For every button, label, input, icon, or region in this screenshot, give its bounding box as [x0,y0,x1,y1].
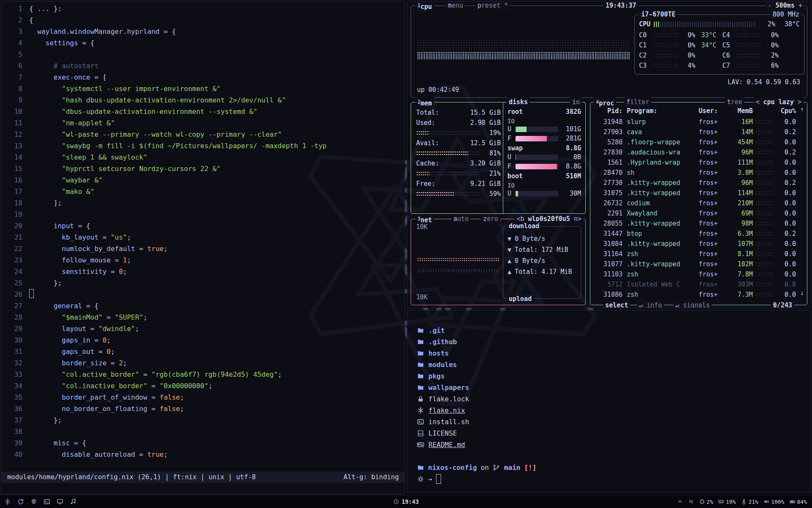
shell-prompt-input-line[interactable]: → [417,473,801,485]
disk-meter: F8.8G [508,162,581,171]
disk-meter-value: 281G [561,133,581,144]
net-stat-text: 0 Byte/s [515,234,545,244]
line-number: 38 [1,426,29,437]
terminal-window[interactable]: .git.githubhostsmodulespkgswallpapersfla… [407,310,811,493]
shell-icon [417,418,424,425]
security-shield-icon[interactable] [30,498,37,505]
header-memory[interactable]: MemB [727,106,753,116]
mem-stat-label: Cache: [416,158,439,168]
proc-info-button[interactable]: ↵ info [637,301,664,308]
volume[interactable]: 100% [763,499,784,505]
process-row[interactable]: 5712Isolated Web Cfros+303M0.0 [596,279,796,290]
interval-increase-button[interactable]: + [798,2,802,9]
process-pid: 26732 [596,198,623,208]
scroll-down-indicator[interactable]: ↓ [800,288,804,298]
proc-filter-button[interactable]: filter [624,97,651,107]
process-row[interactable]: 31948slurpfros+16M0.0 [596,117,796,127]
battery[interactable]: 84% [790,499,807,505]
mem-stat-label: Free: [416,179,435,189]
code-text: "systemctl --user import-environment &" [29,83,221,94]
process-mem: 16M [727,117,753,127]
cpu-core-row: C76% [722,61,800,71]
prompt-git-branch: main [504,462,521,473]
process-pid: 31948 [596,117,623,127]
process-row[interactable]: 31075.kitty-wrappedfros+114M0.0 [596,188,796,198]
gear-icon [417,475,424,483]
nix-launcher-icon[interactable] [4,498,11,505]
btop-window[interactable]: 1cpu menu preset * 19:43:37 - 500ms + i7… [407,1,811,308]
btop-preset-button[interactable]: preset * [475,1,510,10]
dotted-leader [755,150,774,155]
disk-list: root382GIOU101GF281Gswap8.8GU0BF8.8Gboot… [508,107,581,198]
process-row[interactable]: 28470shfros+3.8M0.0 [596,168,796,178]
music-player-icon[interactable] [70,498,77,505]
process-mem: 6.3M [727,229,753,239]
disks-io-toggle[interactable]: io [570,97,582,107]
code-area[interactable]: 1{ ... }:2{3 wayland.windowManager.hyprl… [1,3,405,460]
mem-usage-bar-row: 81% [416,148,501,158]
process-row[interactable]: 26732codiumfros+210M0.0 [596,198,796,208]
process-row[interactable]: 31447btopfros+6.3M0.2 [596,229,796,239]
sort-prev-arrow[interactable]: < [756,98,760,106]
net-auto-button[interactable]: auto [451,214,471,224]
process-row[interactable]: 5280.floorp-wrappefros+454M0.0 [596,137,796,147]
process-pid: 5712 [596,279,623,290]
mem-stat-value: 12.5 GiB [470,138,501,148]
process-name: zsh [623,290,699,300]
mem-usage-bar [416,171,480,176]
cpu-usage[interactable]: 2% [699,499,713,505]
disk-meter-value: 8.8G [561,161,581,171]
taskbar-clock[interactable]: 19:43 [393,498,419,505]
interval-decrease-button[interactable]: - [768,2,772,9]
display-settings-icon[interactable] [57,498,63,505]
process-row[interactable]: 1561.Hyprland-wrapfros+111M0.0 [596,157,796,168]
btop-menu-button[interactable]: menu [446,1,465,10]
process-row[interactable]: 28055.kitty-wrappedfros+98M0.0 [596,218,796,229]
memory-usage[interactable]: 19% [718,499,735,505]
line-number: 22 [1,243,29,254]
proc-sort-selector[interactable]: < cpu lazy > [754,97,804,107]
header-cpu[interactable]: Cpu% [776,106,796,116]
header-user[interactable]: User: [699,106,727,116]
process-mem: 3.8M [727,168,753,178]
dotted-leader [755,130,774,135]
disk-meter-value: 0B [561,152,581,162]
tray-value: 84% [797,499,807,505]
mem-stat-row: Total:15.5 GiB [416,108,501,118]
editor-window[interactable]: 1{ ... }:2{3 wayland.windowManager.hyprl… [1,1,405,494]
dotted-leader [755,282,774,287]
line-number: 11 [1,117,29,129]
proc-tree-button[interactable]: tree [725,97,744,107]
process-cpu: 0.0 [776,239,796,249]
process-row[interactable]: 31103zshfros+7.8M0.0 [596,269,796,279]
process-row[interactable]: 27730.kitty-wrappedfros+96M0.2 [596,178,796,188]
mem-usage-fill [416,171,430,176]
process-row[interactable]: 31077.kitty-wrappedfros+102M0.0 [596,259,796,269]
dotted-leader [755,190,774,196]
process-row[interactable]: 27903cavafros+14M0.2 [596,127,796,137]
process-row[interactable]: 27830.audacious-wrafros+96M0.2 [596,147,796,157]
network[interactable] [688,499,694,505]
iface-next-key[interactable]: n> [570,215,582,223]
process-row[interactable]: 31084.kitty-wrappedfros+107M0.0 [596,239,796,249]
file-item: modules [417,359,801,370]
editor-line: 1{ ... }: [1,3,405,14]
header-program[interactable]: Program: [623,106,699,116]
process-row[interactable]: 2291Xwaylandfros+69M0.0 [596,208,796,218]
tray-value: 21% [749,499,758,505]
proc-signals-button[interactable]: ↵ signals [673,301,712,308]
folder-icon [417,361,424,368]
scroll-up-indicator[interactable]: ↑ [800,104,804,114]
editor-line: 2{ [1,14,405,26]
tray-expand[interactable] [677,499,683,505]
disk-meter-fill [516,164,557,169]
prompt-git-status: [!] [524,462,536,473]
updates-icon[interactable] [17,498,24,505]
net-zero-button[interactable]: zero [481,214,500,224]
terminal-app-icon[interactable] [44,498,50,505]
proc-select-button[interactable]: select [603,301,630,308]
process-mem: 111M [727,157,753,168]
temperature[interactable]: 21% [741,499,758,505]
process-row[interactable]: 31086zshfros+7.3M0.0 [596,290,796,300]
process-row[interactable]: 31164zshfros+8.1M0.0 [596,249,796,259]
